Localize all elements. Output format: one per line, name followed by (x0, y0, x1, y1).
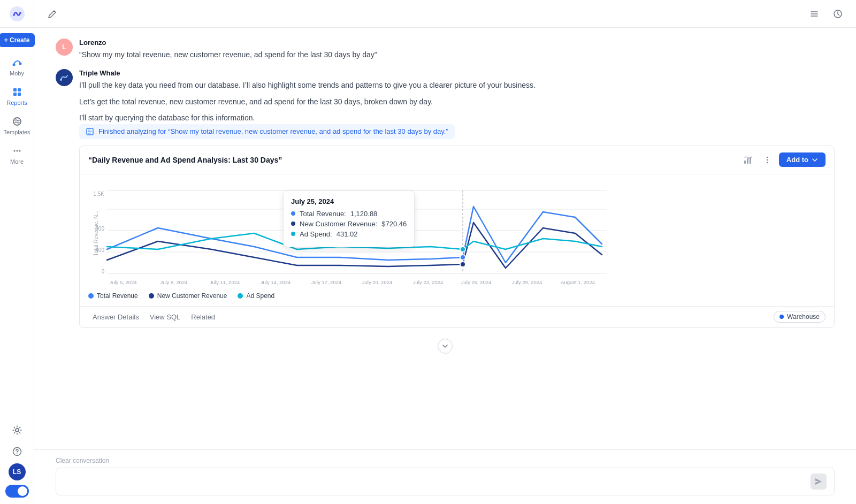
svg-text:July 11, 2024: July 11, 2024 (210, 279, 240, 285)
sidebar-item-more[interactable]: More (0, 141, 34, 169)
sidebar-item-label-more: More (10, 158, 24, 165)
warehouse-dot (779, 315, 784, 319)
send-button[interactable] (811, 474, 827, 490)
svg-text:1.5K: 1.5K (93, 191, 104, 197)
sidebar-item-label-moby: Moby (10, 70, 24, 77)
svg-point-11 (16, 150, 18, 152)
help-button[interactable] (7, 442, 27, 461)
legend-ad-spend: Ad Spend (238, 292, 274, 300)
bot-message-content: Triple Whale I’ll pull the key data you … (79, 69, 835, 327)
tooltip-ad-spend-dot (291, 232, 295, 236)
legend-total-dot (88, 293, 94, 299)
logo-icon (9, 5, 26, 22)
svg-point-2 (19, 12, 21, 14)
legend-ad-spend-label: Ad Spend (246, 292, 274, 300)
chart-card: “Daily Revenue and Ad Spend Analysis: La… (79, 146, 835, 328)
gear-icon (12, 425, 22, 435)
input-wrapper (56, 468, 835, 495)
svg-rect-23 (747, 158, 748, 164)
svg-point-20 (60, 79, 62, 81)
tooltip-ad-spend: Ad Spend: 431.02 (291, 230, 407, 238)
chart-legend: Total Revenue New Customer Revenue Ad Sp… (80, 287, 834, 306)
sidebar-item-label-templates: Templates (3, 129, 30, 135)
svg-text:July 20, 2024: July 20, 2024 (362, 279, 393, 285)
svg-text:400: 400 (95, 247, 104, 253)
bot-message: Triple Whale I’ll pull the key data you … (56, 69, 835, 327)
create-button[interactable]: + Create (0, 33, 35, 47)
svg-text:800: 800 (95, 226, 104, 232)
scroll-down-area (56, 339, 835, 354)
send-icon (815, 478, 822, 485)
svg-point-3 (12, 64, 15, 66)
edit-button[interactable] (45, 6, 60, 21)
svg-point-26 (767, 159, 768, 160)
sidebar-item-label-reports: Reports (6, 100, 27, 106)
svg-text:July 23, 2024: July 23, 2024 (413, 279, 444, 285)
chevron-down-icon (441, 342, 449, 350)
warehouse-label: Warehouse (787, 313, 820, 320)
clock-button[interactable] (830, 6, 845, 21)
tab-answer-details[interactable]: Answer Details (88, 311, 143, 323)
legend-new-customer-label: New Customer Revenue (157, 292, 227, 300)
svg-point-12 (19, 150, 20, 152)
analysis-indicator: Finished analyzing for “Show my total re… (79, 124, 455, 139)
user-avatar: L (56, 39, 73, 56)
tooltip-new-customer: New Customer Revenue: $720.46 (291, 220, 407, 228)
user-message: L Lorenzo “Show my my total revenue, new… (56, 39, 835, 60)
chart-tooltip: July 25, 2024 Total Revenue: 1,120.88 Ne… (283, 190, 415, 247)
scroll-down-button[interactable] (438, 339, 453, 354)
add-to-button[interactable]: Add to (779, 152, 826, 167)
chart-tab-group: Answer Details View SQL Related (88, 311, 219, 323)
chart-title: “Daily Revenue and Ad Spend Analysis: La… (88, 156, 282, 164)
svg-rect-5 (13, 88, 17, 91)
tab-related[interactable]: Related (187, 311, 219, 323)
bot-name: Triple Whale (79, 69, 835, 77)
clear-conversation-button[interactable]: Clear conversation (56, 457, 109, 464)
svg-text:July 14, 2024: July 14, 2024 (261, 279, 291, 285)
topbar (34, 0, 856, 28)
tooltip-total-revenue: Total Revenue: 1,120.88 (291, 210, 407, 218)
sidebar-logo (0, 0, 34, 28)
question-icon (12, 447, 22, 456)
chart-tabs: Answer Details View SQL Related Warehous… (80, 306, 834, 327)
svg-rect-6 (18, 88, 21, 91)
user-message-content: Lorenzo “Show my my total revenue, new c… (79, 39, 835, 60)
list-button[interactable] (807, 6, 822, 21)
warehouse-badge[interactable]: Warehouse (774, 311, 826, 323)
tooltip-date: July 25, 2024 (291, 197, 407, 205)
sidebar-item-templates[interactable]: Templates (0, 111, 34, 140)
legend-total-revenue: Total Revenue (88, 292, 138, 300)
svg-point-10 (13, 150, 15, 152)
tab-view-sql[interactable]: View SQL (146, 311, 185, 323)
topbar-left (45, 6, 60, 21)
edit-icon (48, 9, 57, 19)
chat-input[interactable] (64, 477, 811, 486)
chart-container: Total Revenue, N... 0 400 800 1.5K (80, 174, 834, 287)
settings-button[interactable] (7, 421, 27, 440)
svg-point-39 (460, 255, 465, 260)
svg-point-4 (19, 63, 21, 65)
more-icon (11, 145, 23, 157)
svg-rect-8 (18, 93, 21, 96)
sidebar-nav: Moby Reports Temp (0, 52, 34, 421)
moby-icon (11, 57, 23, 68)
analysis-icon (86, 127, 94, 136)
avatar[interactable]: LS (9, 463, 26, 480)
theme-toggle[interactable] (5, 485, 29, 498)
chart-icon-button[interactable] (740, 152, 755, 167)
svg-point-25 (767, 156, 768, 157)
sidebar-item-reports[interactable]: Reports (0, 82, 34, 110)
svg-text:0: 0 (101, 269, 104, 274)
whale-icon (59, 73, 69, 82)
analysis-text: Finished analyzing for “Show my total re… (98, 127, 448, 135)
svg-point-40 (460, 262, 465, 267)
clock-icon (833, 9, 843, 19)
chart-more-button[interactable] (760, 152, 775, 167)
sidebar-bottom: LS (5, 421, 29, 504)
user-message-text: “Show my my total revenue, new customer … (79, 49, 835, 60)
tooltip-total-dot (291, 211, 295, 216)
svg-point-9 (13, 118, 21, 125)
sidebar-item-moby[interactable]: Moby (0, 52, 34, 81)
svg-point-1 (13, 14, 15, 16)
legend-new-customer-dot (149, 293, 154, 299)
